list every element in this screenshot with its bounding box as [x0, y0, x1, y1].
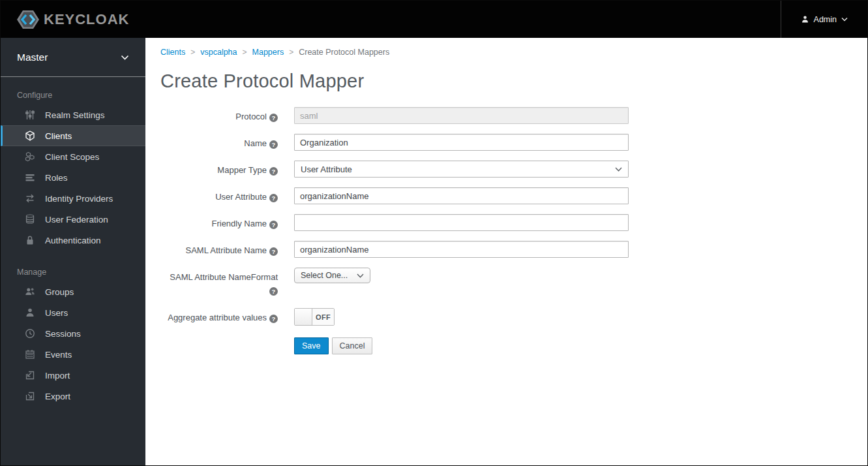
sidebar-item-users[interactable]: Users: [1, 302, 145, 323]
breadcrumb-separator: >: [289, 48, 293, 57]
sidebar-item-export[interactable]: Export: [1, 386, 145, 407]
sidebar-item-clients[interactable]: Clients: [1, 125, 145, 146]
aggregate-values-toggle[interactable]: OFF: [294, 308, 335, 326]
sidebar-item-import[interactable]: Import: [1, 365, 145, 386]
cube-icon: [24, 131, 35, 142]
breadcrumb-client[interactable]: vspcalpha: [200, 48, 237, 57]
friendly-name-input[interactable]: [294, 214, 629, 231]
sidebar-item-label: Groups: [45, 287, 74, 297]
help-icon[interactable]: ?: [269, 247, 278, 256]
help-icon[interactable]: ?: [269, 194, 278, 202]
name-row: Name?: [160, 134, 867, 151]
sidebar-item-label: Users: [45, 308, 68, 318]
keycloak-logo: KEYCLOAK: [1, 1, 781, 38]
user-attribute-label: User Attribute?: [160, 187, 278, 204]
sidebar-item-client-scopes[interactable]: Client Scopes: [1, 146, 145, 167]
mapper-type-select[interactable]: User Attribute: [294, 161, 629, 178]
saml-nameformat-selected-value: Select One...: [301, 271, 348, 280]
sidebar-item-groups[interactable]: Groups: [1, 281, 145, 302]
help-icon[interactable]: ?: [269, 167, 278, 176]
mapper-type-selected-value: User Attribute: [301, 164, 352, 174]
sidebar-item-label: Identity Providers: [45, 194, 113, 204]
sidebar-item-identity-providers[interactable]: Identity Providers: [1, 188, 145, 209]
breadcrumb-separator: >: [243, 48, 247, 57]
name-label: Name?: [160, 134, 278, 151]
clock-icon: [24, 328, 35, 339]
help-icon[interactable]: ?: [269, 140, 278, 149]
aggregate-values-label: Aggregate attribute values?: [160, 308, 278, 326]
saml-attribute-name-label: SAML Attribute Name?: [160, 241, 278, 258]
sidebar-item-user-federation[interactable]: User Federation: [1, 209, 145, 230]
realm-name: Master: [17, 52, 48, 63]
sidebar: Master Configure Realm Settings: [1, 38, 145, 465]
saml-nameformat-label: SAML Attribute NameFormat?: [160, 268, 278, 296]
list-icon: [24, 172, 35, 183]
brand-name: KEYCLOAK: [44, 11, 129, 28]
form-actions: Save Cancel: [294, 337, 867, 354]
app-window: KEYCLOAK Admin Master Configure: [0, 0, 868, 466]
user-icon: [24, 307, 35, 318]
saml-attribute-name-row: SAML Attribute Name?: [160, 241, 867, 258]
sidebar-item-events[interactable]: Events: [1, 344, 145, 365]
sidebar-item-label: Authentication: [45, 236, 101, 245]
export-icon: [24, 391, 35, 402]
admin-label: Admin: [814, 15, 837, 24]
breadcrumb-clients[interactable]: Clients: [160, 48, 185, 57]
database-icon: [24, 214, 35, 225]
users-icon: [24, 287, 35, 298]
protocol-label: Protocol?: [160, 107, 278, 124]
mapper-type-label: Mapper Type?: [160, 161, 278, 178]
main-content: Clients > vspcalpha > Mappers > Create P…: [145, 38, 867, 465]
breadcrumb-separator: >: [190, 48, 195, 57]
sidebar-item-roles[interactable]: Roles: [1, 167, 145, 188]
chevron-down-icon: [615, 167, 622, 172]
user-attribute-input[interactable]: [294, 187, 629, 204]
mapper-type-row: Mapper Type? User Attribute: [160, 161, 867, 178]
help-icon[interactable]: ?: [269, 221, 278, 229]
chevron-down-icon: [841, 17, 848, 22]
saml-nameformat-row: SAML Attribute NameFormat? Select One...: [160, 268, 867, 296]
calendar-icon: [24, 349, 35, 360]
toggle-state-label: OFF: [312, 309, 334, 325]
user-icon: [801, 15, 809, 23]
sidebar-item-label: Sessions: [45, 329, 81, 339]
user-attribute-row: User Attribute?: [160, 187, 867, 204]
section-header-configure: Configure: [1, 91, 145, 100]
exchange-arrows-icon: [24, 193, 35, 204]
breadcrumb-mappers[interactable]: Mappers: [252, 48, 284, 57]
sidebar-item-authentication[interactable]: Authentication: [1, 230, 145, 251]
admin-menu[interactable]: Admin: [781, 1, 867, 38]
help-icon[interactable]: ?: [269, 114, 278, 122]
protocol-row: Protocol?: [160, 107, 867, 124]
help-icon[interactable]: ?: [269, 287, 278, 296]
protocol-input: [294, 107, 629, 124]
realm-selector[interactable]: Master: [1, 38, 145, 77]
topbar: KEYCLOAK Admin: [1, 1, 867, 38]
aggregate-values-row: Aggregate attribute values? OFF: [160, 308, 867, 326]
sidebar-item-label: Events: [45, 350, 72, 360]
sidebar-item-label: Export: [45, 392, 70, 401]
lock-icon: [24, 235, 35, 246]
saml-attribute-name-input[interactable]: [294, 241, 629, 258]
sidebar-item-realm-settings[interactable]: Realm Settings: [1, 104, 145, 125]
saml-nameformat-select[interactable]: Select One...: [294, 268, 370, 283]
section-header-manage: Manage: [1, 268, 145, 277]
breadcrumb: Clients > vspcalpha > Mappers > Create P…: [160, 48, 867, 57]
sidebar-item-label: Roles: [45, 173, 68, 183]
cubes-icon: [24, 151, 35, 163]
save-button[interactable]: Save: [294, 337, 329, 354]
friendly-name-row: Friendly Name?: [160, 214, 867, 231]
sidebar-item-label: Realm Settings: [45, 110, 105, 120]
breadcrumb-current: Create Protocol Mappers: [299, 48, 389, 57]
import-icon: [24, 370, 35, 381]
name-input[interactable]: [294, 134, 629, 151]
sidebar-item-sessions[interactable]: Sessions: [1, 323, 145, 344]
sidebar-item-label: Client Scopes: [45, 152, 99, 162]
create-protocol-mapper-form: Protocol? Name? Mapper Type? User Attrib…: [160, 107, 867, 354]
toggle-handle: [295, 309, 312, 325]
chevron-down-icon: [121, 55, 129, 60]
help-icon[interactable]: ?: [269, 315, 278, 323]
page-title: Create Protocol Mapper: [160, 70, 867, 92]
cancel-button[interactable]: Cancel: [332, 337, 373, 354]
keycloak-hexagon-icon: [16, 9, 40, 30]
